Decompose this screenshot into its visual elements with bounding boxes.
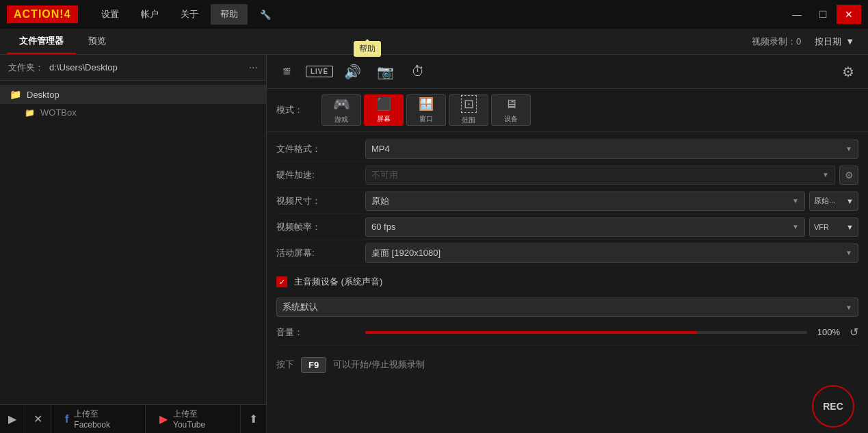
file-format-select[interactable]: MP4 ▼ [365, 140, 858, 159]
tree-item-desktop[interactable]: 📁 Desktop [0, 85, 266, 104]
audio-device-label: 主音频设备 (系统声音) [294, 276, 382, 288]
mode-section: 模式： 🎮 游戏 ⬛ 屏幕 🪟 窗口 ⊡ 范围 [267, 89, 868, 132]
upload-facebook-button[interactable]: f 上传至 Facebook [51, 405, 146, 433]
video-fps-select[interactable]: 60 fps ▼ [365, 218, 805, 237]
video-fps-control: 60 fps ▼ VFR ▼ [365, 218, 858, 237]
sub-folder-icon: 📁 [25, 108, 35, 118]
mode-range[interactable]: ⊡ 范围 [449, 94, 488, 126]
icon-btn-live[interactable]: LIVE [304, 57, 335, 87]
folder-open-icon: 📁 [10, 89, 21, 100]
chevron-down-icon: ▼ [846, 197, 854, 205]
play-icon: ▶ [8, 412, 16, 425]
device-icon: 🖥 [505, 97, 517, 111]
chevron-down-icon: ▼ [822, 171, 829, 179]
nav-help[interactable]: 帮助 [211, 4, 248, 25]
hw-accel-label: 硬件加速: [276, 169, 365, 181]
help-tooltip: 帮助 [354, 41, 381, 57]
range-icon: ⊡ [461, 95, 477, 113]
window-icon: 🪟 [419, 96, 434, 111]
nav-settings[interactable]: 设置 [92, 4, 129, 25]
share-button[interactable]: ⬆ [241, 405, 267, 433]
setting-active-screen: 活动屏幕: 桌面 [1920x1080] ▼ [276, 240, 858, 266]
video-fps-secondary-select[interactable]: VFR ▼ [809, 218, 858, 237]
icon-btn-timer[interactable]: ⏱ [402, 57, 434, 87]
tab-preview[interactable]: 预览 [76, 29, 118, 54]
mode-options: 🎮 游戏 ⬛ 屏幕 🪟 窗口 ⊡ 范围 🖥 设备 [321, 94, 531, 126]
rec-area: REC [267, 380, 868, 433]
right-panel: 🎬 LIVE 🔊 📷 ⏱ ⚙ 模式： 🎮 [267, 55, 868, 433]
hw-accel-select[interactable]: 不可用 ▼ [365, 166, 835, 185]
chevron-down-icon: ▼ [846, 223, 854, 231]
chevron-down-icon: ▼ [845, 304, 852, 311]
chevron-down-icon: ▼ [845, 145, 852, 153]
chevron-down-icon: ▼ [845, 249, 852, 257]
app-logo: ACTION!4 [7, 5, 78, 23]
mode-window[interactable]: 🪟 窗口 [406, 94, 446, 126]
folder-dots-button[interactable]: ··· [249, 62, 258, 74]
gear-icon: ⚙ [842, 64, 854, 80]
settings-grid: 文件格式： MP4 ▼ 硬件加速: 不可用 ▼ ⚙ [267, 132, 868, 350]
main-layout: 文件夹： d:\Users\Desktop ··· 📁 Desktop 📁 WO… [0, 55, 868, 433]
right-top-bar: 🎬 LIVE 🔊 📷 ⏱ ⚙ [267, 55, 868, 89]
hw-accel-gear-button[interactable]: ⚙ [839, 166, 858, 185]
folder-label: 文件夹： [8, 62, 44, 74]
icon-btn-screenshot[interactable]: 📷 [369, 57, 401, 87]
volume-percentage: 100% [814, 327, 840, 337]
hotkey-badge: F9 [301, 357, 326, 373]
volume-fill [365, 331, 697, 334]
chevron-down-icon: ▼ [792, 197, 799, 205]
rec-button[interactable]: REC [812, 385, 854, 428]
hotkey-prefix: 按下 [276, 358, 294, 371]
chevron-down-icon: ▼ [792, 223, 799, 231]
setting-hw-accel: 硬件加速: 不可用 ▼ ⚙ [276, 162, 858, 188]
upload-facebook-label: 上传至 Facebook [74, 408, 131, 430]
audio-device-select[interactable]: 系统默认 ▼ [276, 298, 858, 317]
active-screen-select[interactable]: 桌面 [1920x1080] ▼ [365, 244, 858, 263]
nav-tool[interactable]: 🔧 [250, 5, 280, 24]
volume-reset-button[interactable]: ↺ [850, 326, 858, 339]
play-button[interactable]: ▶ [0, 405, 25, 433]
window-controls: — ☐ ✕ [785, 5, 861, 24]
mode-game[interactable]: 🎮 游戏 [321, 94, 361, 126]
maximize-button[interactable]: ☐ [811, 5, 835, 24]
audio-device-select-row: 系统默认 ▼ [276, 298, 858, 317]
screenshot-icon: 📷 [377, 64, 394, 80]
media-bar: ▶ ✕ f 上传至 Facebook ▶ 上传至 YouTube ⬆ [0, 404, 267, 433]
tab-file-manager[interactable]: 文件管理器 [7, 29, 76, 54]
video-size-control: 原始 ▼ 原始... ▼ [365, 192, 858, 211]
sort-button[interactable]: 按日期 ▼ [808, 33, 861, 51]
nav-about[interactable]: 关于 [171, 4, 208, 25]
audio-checkbox[interactable]: ✓ [276, 276, 287, 287]
file-tree: 📁 Desktop 📁 WOTBox [0, 81, 266, 404]
mode-device[interactable]: 🖥 设备 [491, 94, 531, 126]
upload-youtube-button[interactable]: ▶ 上传至 YouTube [146, 405, 241, 433]
screen-icon: ⬛ [376, 96, 391, 111]
volume-label: 音量： [276, 326, 365, 339]
folder-path: d:\Users\Desktop [49, 62, 249, 73]
video-size-select[interactable]: 原始 ▼ [365, 192, 805, 211]
video-size-secondary-select[interactable]: 原始... ▼ [809, 192, 858, 211]
active-screen-label: 活动屏幕: [276, 247, 365, 259]
setting-file-format: 文件格式： MP4 ▼ [276, 136, 858, 162]
icon-btn-settings[interactable]: ⚙ [832, 57, 864, 87]
stop-button[interactable]: ✕ [25, 405, 51, 433]
mode-range-label: 范围 [462, 116, 475, 125]
hotkey-row: 按下 F9 可以开始/停止视频录制 [267, 350, 868, 380]
folder-bar: 文件夹： d:\Users\Desktop ··· [0, 55, 266, 81]
nav-account[interactable]: 帐户 [131, 4, 168, 25]
tree-item-label: Desktop [27, 90, 60, 100]
icon-btn-audio[interactable]: 🔊 [337, 57, 368, 87]
setting-video-size: 视频尺寸： 原始 ▼ 原始... ▼ [276, 188, 858, 214]
live-icon: LIVE [306, 66, 333, 77]
close-button[interactable]: ✕ [837, 5, 861, 24]
volume-slider[interactable] [365, 331, 807, 334]
mode-screen[interactable]: ⬛ 屏幕 [364, 94, 404, 126]
youtube-icon: ▶ [159, 412, 168, 425]
icon-btn-video[interactable]: 🎬 [271, 57, 302, 87]
left-panel: 文件夹： d:\Users\Desktop ··· 📁 Desktop 📁 WO… [0, 55, 267, 433]
audio-device-row: ✓ 主音频设备 (系统声音) [276, 269, 858, 295]
upload-youtube-label: 上传至 YouTube [173, 408, 226, 430]
mode-device-label: 设备 [504, 114, 518, 124]
tree-item-wotbox[interactable]: 📁 WOTBox [0, 104, 266, 121]
minimize-button[interactable]: — [785, 5, 809, 24]
